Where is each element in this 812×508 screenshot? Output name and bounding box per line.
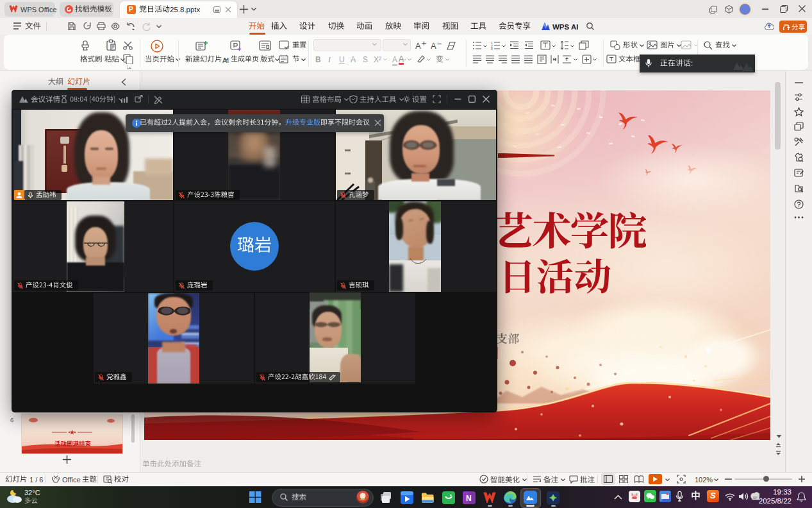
svg-text:3: 3	[491, 47, 493, 51]
svg-text:N: N	[466, 494, 472, 503]
